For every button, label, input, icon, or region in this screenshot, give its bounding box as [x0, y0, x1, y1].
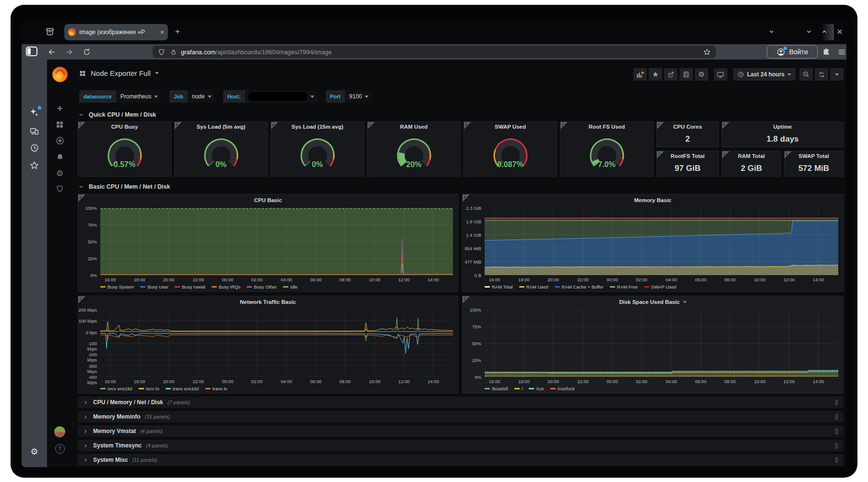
panel-info-icon[interactable]: i	[657, 151, 664, 158]
legend-item[interactable]: Busy IRQs	[212, 284, 240, 289]
gauge-panel-rootfs-used[interactable]: i Root FS Used 7.0%	[560, 121, 654, 177]
collapsed-row-memory-meminfo[interactable]: Memory Meminfo(15 panels) ⣿	[78, 411, 844, 422]
menu-hamburger-icon[interactable]	[837, 47, 846, 57]
panel-title[interactable]: RAM Used	[368, 124, 460, 130]
panel-title[interactable]: Root FS Used	[560, 124, 653, 130]
panel-title[interactable]: CPU Busy	[78, 124, 171, 130]
legend-item[interactable]: RAM Total	[485, 284, 513, 289]
legend-item[interactable]: Busy Other	[247, 284, 277, 289]
panel-title[interactable]: Network Traffic Basic	[78, 299, 458, 305]
window-close-icon[interactable]	[835, 28, 844, 36]
url-bar[interactable]: grafana.com/api/dashboards/1860/images/7…	[153, 46, 716, 58]
panel-info-icon[interactable]: i	[657, 122, 664, 129]
archive-box-icon[interactable]	[44, 26, 56, 37]
browser-tab[interactable]: image (изображение «P ×	[64, 24, 168, 40]
panel-info-icon[interactable]: i	[175, 122, 182, 129]
collapsed-row-system-timesync[interactable]: System Timesync(4 panels) ⣿	[78, 440, 844, 451]
legend-item[interactable]: Idle	[283, 284, 297, 289]
gauge-panel-ram-used[interactable]: i RAM Used 20%	[367, 121, 461, 177]
stat-panel-ram-total[interactable]: i RAM Total 2 GiB	[722, 151, 781, 177]
panel-info-icon[interactable]: i	[78, 122, 85, 129]
panel-info-icon[interactable]: i	[464, 122, 471, 129]
row-drag-handle[interactable]: ⣿	[834, 442, 839, 449]
stat-panel-rootfs-total[interactable]: i RootFS Total 97 GiB	[656, 151, 719, 177]
dashboard-title-caret-icon[interactable]	[155, 72, 159, 74]
chart-panel-disk-space-used-basic[interactable]: i Disk Space Used Basic /boot/efi//run/r…	[462, 296, 844, 394]
lock-icon[interactable]	[170, 48, 177, 56]
dashboard-title[interactable]: Node Exporter Full	[91, 69, 151, 77]
legend-item[interactable]: RAM Cache + Buffer	[555, 284, 604, 289]
back-button[interactable]	[47, 47, 56, 57]
panel-title[interactable]: Uptime	[722, 124, 843, 130]
bookmark-star-icon[interactable]	[703, 48, 711, 56]
chart-panel-memory-basic[interactable]: i Memory Basic RAM TotalRAM UsedRAM Cach…	[462, 194, 844, 292]
login-button[interactable]: Войти	[767, 45, 818, 59]
panel-info-icon[interactable]: i	[368, 122, 375, 129]
sidebar-toggle-button[interactable]	[26, 47, 37, 56]
dashboards-grid-icon[interactable]	[47, 120, 72, 129]
panel-title[interactable]: Memory Basic	[463, 197, 843, 203]
panel-info-icon[interactable]: i	[271, 122, 278, 129]
legend-item[interactable]: recv ens192	[100, 386, 132, 391]
variable-port[interactable]: Port 9100	[326, 90, 372, 103]
chart-plot-area[interactable]	[485, 208, 838, 275]
refresh-button[interactable]	[815, 68, 828, 81]
panel-title[interactable]: Disk Space Used Basic	[463, 299, 843, 305]
panel-title[interactable]: SWAP Total	[785, 153, 843, 159]
row-header-basic[interactable]: Basic CPU / Mem / Net / Disk	[78, 181, 170, 192]
collapsed-row-cpu-memory-net-disk[interactable]: CPU / Memory / Net / Disk(7 panels) ⣿	[78, 397, 844, 408]
panel-info-icon[interactable]: i	[722, 151, 729, 158]
legend-item[interactable]: /run	[529, 386, 544, 391]
panel-info-icon[interactable]: i	[78, 194, 85, 202]
star-dashboard-button[interactable]	[649, 68, 662, 81]
refresh-interval-caret[interactable]	[830, 68, 844, 81]
alerting-bell-icon[interactable]	[47, 153, 72, 162]
variable-value-dropdown[interactable]: node	[188, 90, 214, 103]
variable-datasource[interactable]: datasource Prometheus	[79, 90, 161, 103]
panel-title[interactable]: SWAP Used	[464, 124, 557, 130]
legend-item[interactable]: /	[514, 386, 523, 391]
history-clock-icon[interactable]	[22, 143, 47, 153]
legend-item[interactable]: recv lo	[139, 386, 159, 391]
panel-title[interactable]: CPU Cores	[657, 124, 718, 130]
panel-title[interactable]: RootFS Total	[657, 153, 718, 159]
grafana-logo[interactable]	[47, 67, 72, 82]
row-drag-handle[interactable]: ⣿	[834, 413, 839, 420]
stat-panel-swap-total[interactable]: i SWAP Total 572 MiB	[784, 151, 844, 177]
variable-value-dropdown[interactable]	[245, 90, 317, 103]
legend-item[interactable]: Busy System	[100, 284, 134, 289]
legend-item[interactable]: Busy Iowait	[175, 284, 205, 289]
panel-title[interactable]: Sys Load (15m avg)	[271, 124, 364, 130]
chart-plot-area[interactable]	[485, 310, 838, 377]
row-drag-handle[interactable]: ⣿	[834, 428, 839, 434]
legend-item[interactable]: RAM Free	[610, 284, 638, 289]
synced-tabs-icon[interactable]	[22, 126, 47, 136]
stat-panel-cpu-cores[interactable]: i CPU Cores 2	[656, 121, 719, 147]
stat-panel-uptime[interactable]: i Uptime 1.8 days	[722, 121, 844, 147]
chart-panel-network-traffic-basic[interactable]: i Network Traffic Basic recv ens192recv …	[78, 296, 458, 394]
chart-panel-cpu-basic[interactable]: i CPU Basic Busy SystemBusy UserBusy Iow…	[78, 194, 458, 292]
window-maximize-icon[interactable]	[820, 28, 829, 36]
panel-info-icon[interactable]: i	[463, 296, 470, 303]
new-tab-button[interactable]: +	[173, 27, 182, 36]
url-text[interactable]: grafana.com/api/dashboards/1860/images/7…	[181, 48, 332, 56]
panel-menu-caret-icon[interactable]	[683, 301, 687, 303]
gauge-panel-sysload15[interactable]: i Sys Load (15m avg) 0%	[271, 121, 364, 177]
gauge-panel-sysload5[interactable]: i Sys Load (5m avg) 0%	[174, 121, 268, 177]
explore-compass-icon[interactable]	[47, 136, 72, 145]
panel-title[interactable]: RAM Total	[722, 153, 781, 159]
configuration-gear-icon[interactable]: ⚙	[47, 169, 72, 178]
legend-item[interactable]: Busy User	[140, 284, 168, 289]
variable-value-dropdown[interactable]: 9100	[345, 90, 372, 103]
gauge-panel-swap-used[interactable]: i SWAP Used 0.087%	[464, 121, 557, 177]
ai-sparkle-icon[interactable]	[22, 108, 47, 118]
save-dashboard-button[interactable]	[679, 68, 693, 81]
row-header-quick[interactable]: Quick CPU / Mem / Disk	[78, 109, 156, 120]
collapsed-row-system-misc[interactable]: System Misc(11 panels) ⣿	[78, 454, 844, 466]
legend-item[interactable]: RAM Used	[519, 284, 548, 289]
chart-plot-area[interactable]	[100, 208, 453, 275]
tab-list-chevron-icon[interactable]	[767, 28, 776, 36]
variable-value-dropdown[interactable]: Prometheus	[116, 90, 161, 103]
variable-job[interactable]: Job node	[169, 90, 214, 103]
zoom-out-button[interactable]	[799, 68, 813, 81]
